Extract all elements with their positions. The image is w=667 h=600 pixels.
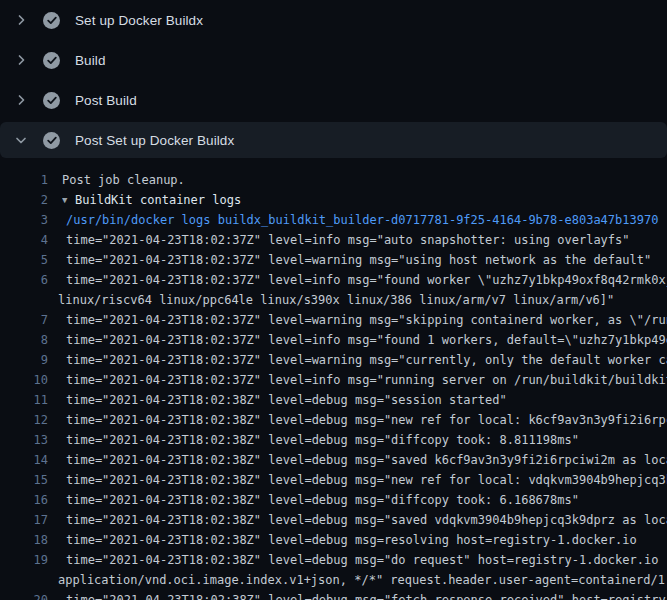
log-line: 15time="2021-04-23T18:02:38Z" level=debu…	[0, 470, 667, 490]
chevron-right-icon[interactable]	[13, 52, 29, 68]
log-text: Post job cleanup.	[62, 170, 667, 190]
chevron-down-icon[interactable]	[13, 132, 29, 148]
line-number[interactable]: 19	[0, 550, 48, 570]
log-text: time="2021-04-23T18:02:37Z" level=info m…	[66, 330, 667, 350]
step-title: Build	[75, 53, 106, 68]
log-line: 14time="2021-04-23T18:02:38Z" level=debu…	[0, 450, 667, 470]
line-number[interactable]: 5	[0, 250, 48, 270]
log-line: 9time="2021-04-23T18:02:37Z" level=warni…	[0, 350, 667, 370]
log-text: time="2021-04-23T18:02:38Z" level=debug …	[66, 410, 667, 430]
line-number[interactable]: 18	[0, 530, 48, 550]
log-line: 19time="2021-04-23T18:02:38Z" level=debu…	[0, 550, 667, 570]
log-text: time="2021-04-23T18:02:38Z" level=debug …	[66, 530, 667, 550]
line-number[interactable]: 17	[0, 510, 48, 530]
line-number[interactable]: 8	[0, 330, 48, 350]
check-circle-icon	[43, 132, 60, 149]
log-line: 8time="2021-04-23T18:02:37Z" level=info …	[0, 330, 667, 350]
log-line: 12time="2021-04-23T18:02:38Z" level=debu…	[0, 410, 667, 430]
step-row-build[interactable]: Build	[0, 40, 667, 80]
step-row-post-set-up-docker-buildx[interactable]: Post Set up Docker Buildx	[0, 122, 667, 158]
line-number[interactable]: 4	[0, 230, 48, 250]
step-title: Set up Docker Buildx	[75, 13, 203, 28]
line-number[interactable]: 1	[0, 170, 48, 190]
log-text: time="2021-04-23T18:02:38Z" level=debug …	[66, 510, 667, 530]
step-title: Post Build	[75, 93, 137, 108]
check-circle-icon	[43, 12, 60, 29]
log-text: time="2021-04-23T18:02:38Z" level=debug …	[66, 590, 667, 600]
log-text: time="2021-04-23T18:02:38Z" level=debug …	[66, 550, 667, 570]
log-text-wrapped: application/vnd.oci.image.index.v1+json,…	[58, 570, 667, 590]
log-line: 6time="2021-04-23T18:02:37Z" level=info …	[0, 270, 667, 290]
step-row-set-up-docker-buildx[interactable]: Set up Docker Buildx	[0, 0, 667, 40]
group-title[interactable]: BuildKit container logs	[75, 193, 241, 207]
log-text: time="2021-04-23T18:02:38Z" level=debug …	[66, 470, 667, 490]
log-line: 13time="2021-04-23T18:02:38Z" level=debu…	[0, 430, 667, 450]
line-number[interactable]: 14	[0, 450, 48, 470]
log-text: time="2021-04-23T18:02:38Z" level=debug …	[66, 390, 667, 410]
check-circle-icon	[43, 92, 60, 109]
log-line: 2▼BuildKit container logs	[0, 190, 667, 210]
line-number[interactable]: 3	[0, 210, 48, 230]
check-circle-icon	[43, 52, 60, 69]
log-line: 1Post job cleanup.	[0, 170, 667, 190]
log-text: time="2021-04-23T18:02:38Z" level=debug …	[66, 490, 667, 510]
line-number	[0, 570, 48, 590]
log-text: time="2021-04-23T18:02:37Z" level=warnin…	[66, 250, 667, 270]
log-text: time="2021-04-23T18:02:38Z" level=debug …	[66, 450, 667, 470]
log-text: time="2021-04-23T18:02:37Z" level=warnin…	[66, 350, 667, 370]
log-line: 11time="2021-04-23T18:02:38Z" level=debu…	[0, 390, 667, 410]
log-line: 10time="2021-04-23T18:02:37Z" level=info…	[0, 370, 667, 390]
log-line: 5time="2021-04-23T18:02:37Z" level=warni…	[0, 250, 667, 270]
line-number[interactable]: 6	[0, 270, 48, 290]
triangle-down-icon[interactable]: ▼	[62, 190, 75, 210]
chevron-right-icon[interactable]	[13, 12, 29, 28]
chevron-right-icon[interactable]	[13, 92, 29, 108]
line-number[interactable]: 2	[0, 190, 48, 210]
log-group-header-text: ▼BuildKit container logs	[62, 190, 667, 210]
log-text: time="2021-04-23T18:02:38Z" level=debug …	[66, 430, 667, 450]
line-number[interactable]: 9	[0, 350, 48, 370]
log-text: time="2021-04-23T18:02:37Z" level=info m…	[66, 370, 667, 390]
line-number[interactable]: 15	[0, 470, 48, 490]
step-title: Post Set up Docker Buildx	[75, 133, 234, 148]
log-text-wrapped: linux/riscv64 linux/ppc64le linux/s390x …	[58, 290, 667, 310]
line-number[interactable]: 20	[0, 590, 48, 600]
log-line-continuation: linux/riscv64 linux/ppc64le linux/s390x …	[0, 290, 667, 310]
line-number[interactable]: 13	[0, 430, 48, 450]
log-line: 16time="2021-04-23T18:02:38Z" level=debu…	[0, 490, 667, 510]
log-line: 4time="2021-04-23T18:02:37Z" level=info …	[0, 230, 667, 250]
log-text: time="2021-04-23T18:02:37Z" level=warnin…	[66, 310, 667, 330]
log-line-continuation: application/vnd.oci.image.index.v1+json,…	[0, 570, 667, 590]
line-number[interactable]: 7	[0, 310, 48, 330]
line-number	[0, 290, 48, 310]
log-line: 17time="2021-04-23T18:02:38Z" level=debu…	[0, 510, 667, 530]
line-number[interactable]: 12	[0, 410, 48, 430]
log-area: 1Post job cleanup.2▼BuildKit container l…	[0, 160, 667, 600]
line-number[interactable]: 10	[0, 370, 48, 390]
step-row-post-build[interactable]: Post Build	[0, 80, 667, 120]
log-command-text: /usr/bin/docker logs buildx_buildkit_bui…	[66, 210, 667, 230]
log-line: 7time="2021-04-23T18:02:37Z" level=warni…	[0, 310, 667, 330]
log-text: time="2021-04-23T18:02:37Z" level=info m…	[66, 230, 667, 250]
log-line: 20time="2021-04-23T18:02:38Z" level=debu…	[0, 590, 667, 600]
line-number[interactable]: 11	[0, 390, 48, 410]
line-number[interactable]: 16	[0, 490, 48, 510]
steps-list: Set up Docker BuildxBuildPost BuildPost …	[0, 0, 667, 158]
log-text: time="2021-04-23T18:02:37Z" level=info m…	[66, 270, 667, 290]
log-line: 18time="2021-04-23T18:02:38Z" level=debu…	[0, 530, 667, 550]
log-line: 3/usr/bin/docker logs buildx_buildkit_bu…	[0, 210, 667, 230]
